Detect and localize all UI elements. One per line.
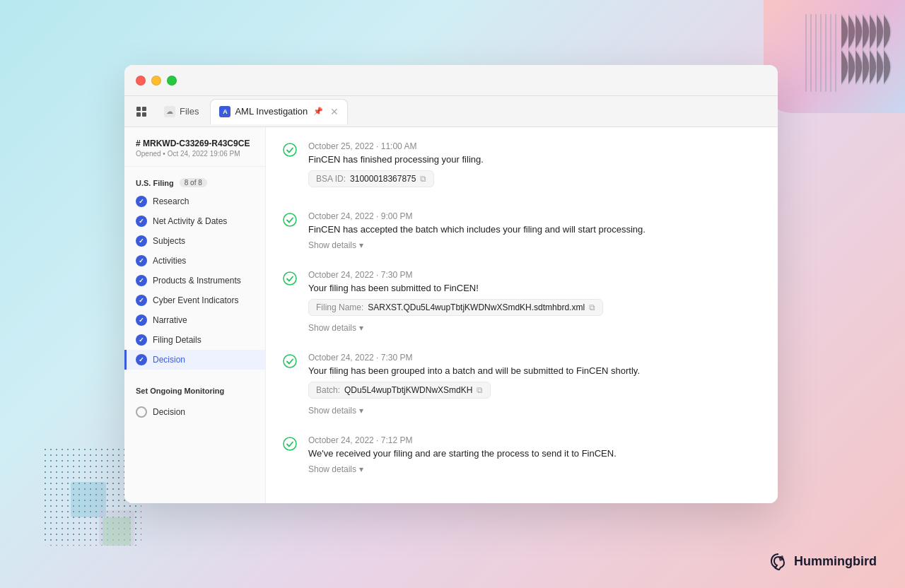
cyber-label: Cyber Event Indicators	[153, 295, 238, 305]
check-decision-1	[136, 354, 147, 365]
grid-button[interactable]	[130, 100, 153, 123]
batch-tag: Batch: QDu5L4wupTbtjKWDNwXSmdKH ⧉	[308, 382, 491, 399]
window-controls	[136, 76, 177, 86]
research-label: Research	[153, 196, 189, 206]
bg-stripes-1	[802, 14, 841, 92]
bg-top-right-gradient	[764, 0, 905, 113]
show-details-2[interactable]: Show details ▾	[308, 240, 761, 250]
logo-text: Hummingbird	[794, 554, 877, 569]
timeline-event-1: October 25, 2022 · 11:00 AM FinCEN has f…	[283, 141, 761, 192]
batch-value: QDu5L4wupTbtjKWDNwXSmdKH	[344, 385, 472, 395]
filing-name-value: SARXST.QDu5L4wupTbtjKWDNwXSmdKH.sdtmhbrd…	[368, 302, 585, 312]
check-activities	[136, 255, 147, 266]
tab-bar: ☁ Files A AML Investigation 📌 ✕	[124, 96, 778, 127]
timeline-event-2: October 24, 2022 · 9:00 PM FinCEN has ac…	[283, 211, 761, 250]
show-details-4[interactable]: Show details ▾	[308, 406, 761, 416]
close-button[interactable]	[136, 76, 146, 86]
copy-filing-icon[interactable]: ⧉	[589, 302, 595, 312]
svg-point-14	[284, 355, 296, 368]
hummingbird-logo: Hummingbird	[769, 551, 877, 571]
decision-2-label: Decision	[153, 407, 185, 417]
event-3-message: Your filing has been submitted to FinCEN…	[308, 283, 761, 293]
narrative-label: Narrative	[153, 315, 187, 325]
svg-rect-7	[136, 107, 141, 111]
check-products	[136, 275, 147, 286]
show-details-5-label: Show details	[308, 464, 356, 474]
check-subjects	[136, 235, 147, 247]
chevron-down-icon-4: ▾	[359, 406, 363, 416]
timeline-event-3: October 24, 2022 · 7:30 PM Your filing h…	[283, 270, 761, 333]
bsa-id-label: BSA ID:	[316, 174, 346, 184]
success-icon-4	[283, 354, 297, 368]
filing-name-tag: Filing Name: SARXST.QDu5L4wupTbtjKWDNwXS…	[308, 299, 603, 316]
event-1-message: FinCEN has finished processing your fili…	[308, 154, 761, 165]
sidebar-item-products[interactable]: Products & Instruments	[124, 271, 265, 290]
event-4-timestamp: October 24, 2022 · 7:30 PM	[308, 353, 761, 363]
sidebar-item-decision-1[interactable]: Decision	[124, 350, 265, 370]
tab-files[interactable]: ☁ Files	[156, 99, 207, 124]
sidebar-item-narrative[interactable]: Narrative	[124, 310, 265, 330]
net-activity-label: Net Activity & Dates	[153, 216, 227, 226]
title-bar	[124, 65, 778, 96]
event-4-body: October 24, 2022 · 7:30 PM Your filing h…	[308, 353, 761, 416]
svg-rect-9	[136, 112, 141, 117]
pin-icon: 📌	[313, 107, 323, 116]
sidebar-item-research[interactable]: Research	[124, 192, 265, 211]
chevron-down-icon-2: ▾	[359, 240, 363, 250]
decision-1-label: Decision	[153, 355, 185, 365]
copy-bsa-icon[interactable]: ⧉	[420, 174, 426, 184]
aml-icon: A	[219, 106, 230, 117]
success-icon-5	[283, 437, 297, 451]
event-3-body: October 24, 2022 · 7:30 PM Your filing h…	[308, 270, 761, 333]
bg-stripes-2	[834, 11, 898, 102]
content-area[interactable]: October 25, 2022 · 11:00 AM FinCEN has f…	[266, 127, 778, 503]
maximize-button[interactable]	[167, 76, 177, 86]
sidebar-item-subjects[interactable]: Subjects	[124, 231, 265, 251]
timeline-event-4: October 24, 2022 · 7:30 PM Your filing h…	[283, 353, 761, 416]
check-filing-details	[136, 334, 147, 346]
tab-files-label: Files	[180, 106, 199, 117]
show-details-2-label: Show details	[308, 240, 356, 250]
products-label: Products & Instruments	[153, 276, 241, 286]
sidebar-item-decision-2[interactable]: Decision	[124, 402, 265, 422]
show-details-5[interactable]: Show details ▾	[308, 464, 761, 474]
sidebar-item-cyber[interactable]: Cyber Event Indicators	[124, 290, 265, 310]
filing-name-label: Filing Name:	[316, 302, 363, 312]
us-filing-label: U.S. Filing	[136, 179, 174, 187]
svg-rect-10	[142, 112, 146, 117]
copy-batch-icon[interactable]: ⧉	[477, 385, 483, 395]
check-cyber	[136, 295, 147, 306]
show-details-4-label: Show details	[308, 406, 356, 416]
tab-close-icon[interactable]: ✕	[330, 106, 339, 117]
svg-point-13	[284, 272, 296, 285]
event-2-message: FinCEN has accepted the batch which incl…	[308, 224, 761, 235]
check-research	[136, 196, 147, 207]
sidebar-item-net-activity[interactable]: Net Activity & Dates	[124, 211, 265, 231]
subjects-label: Subjects	[153, 236, 185, 246]
success-icon-2	[283, 213, 297, 227]
svg-rect-8	[142, 107, 146, 111]
svg-point-11	[284, 143, 296, 156]
show-details-3-label: Show details	[308, 323, 356, 333]
monitoring-label: Set Ongoing Monitoring	[136, 387, 224, 395]
bsa-id-value: 31000018367875	[350, 174, 416, 184]
sidebar-item-activities[interactable]: Activities	[124, 251, 265, 271]
circle-decision-2	[136, 406, 147, 418]
timeline-event-5: October 24, 2022 · 7:12 PM We've receive…	[283, 435, 761, 474]
tab-aml[interactable]: A AML Investigation 📌 ✕	[210, 99, 348, 124]
us-filing-section: U.S. Filing 8 of 8	[124, 175, 265, 192]
minimize-button[interactable]	[151, 76, 161, 86]
sidebar-item-filing-details[interactable]: Filing Details	[124, 330, 265, 350]
filing-details-label: Filing Details	[153, 335, 202, 345]
event-1-body: October 25, 2022 · 11:00 AM FinCEN has f…	[308, 141, 761, 192]
batch-label: Batch:	[316, 385, 340, 395]
event-5-body: October 24, 2022 · 7:12 PM We've receive…	[308, 435, 761, 474]
cloud-icon: ☁	[164, 106, 175, 117]
monitoring-section: Set Ongoing Monitoring	[124, 384, 265, 399]
chevron-down-icon-3: ▾	[359, 323, 363, 333]
bsa-id-tag: BSA ID: 31000018367875 ⧉	[308, 170, 434, 187]
record-info: # MRKWD-C33269-R43C9CE Opened • Oct 24, …	[124, 139, 265, 167]
check-narrative	[136, 314, 147, 326]
show-details-3[interactable]: Show details ▾	[308, 323, 761, 333]
bg-square-blue	[71, 482, 106, 517]
